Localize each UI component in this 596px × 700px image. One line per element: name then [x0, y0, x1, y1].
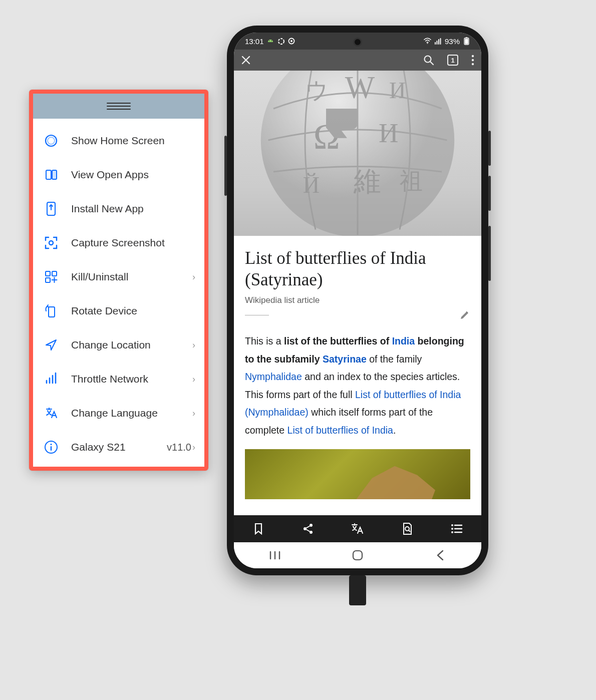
svg-text:И: И: [389, 78, 406, 103]
menu-label: Throttle Network: [71, 373, 192, 385]
more-icon[interactable]: [471, 55, 474, 66]
menu-kill-uninstall[interactable]: Kill/Uninstall ›: [33, 260, 204, 294]
language-icon: [42, 404, 60, 422]
device-name-label: Galaxy S21: [71, 441, 167, 453]
menu-label: Rotate Device: [71, 305, 195, 317]
wikipedia-globe-icon: W Ω И ウ И 維 Й 祖: [234, 71, 481, 236]
svg-point-41: [451, 531, 453, 533]
menu-label: Kill/Uninstall: [71, 271, 192, 283]
menu-home-screen[interactable]: Show Home Screen: [33, 124, 204, 158]
menu-location[interactable]: Change Location ›: [33, 328, 204, 362]
wikipedia-bottom-bar: [234, 515, 481, 542]
menu-device-info[interactable]: Galaxy S21 v11.0 ›: [33, 430, 204, 464]
drag-handle-icon: [107, 103, 131, 110]
article-image[interactable]: [245, 449, 470, 499]
link-nymphalidae[interactable]: Nymphalidae: [245, 371, 302, 382]
menu-install-app[interactable]: Install New App: [33, 192, 204, 226]
link-list-india[interactable]: List of butterflies of India: [287, 425, 393, 436]
tab-count[interactable]: 1: [447, 55, 458, 66]
side-button: [488, 176, 491, 211]
find-in-page-icon[interactable]: [400, 522, 414, 536]
chevron-right-icon: ›: [192, 408, 195, 419]
control-menu: Show Home Screen View Open Apps Install …: [33, 119, 204, 469]
capture-icon: [42, 234, 60, 252]
wifi-icon: [424, 38, 431, 45]
svg-point-1: [48, 137, 55, 144]
side-button: [488, 226, 491, 281]
translate-icon[interactable]: [351, 522, 365, 536]
device-screen: 13:01 93%: [234, 33, 481, 568]
recents-button[interactable]: [267, 548, 282, 563]
menu-capture[interactable]: Capture Screenshot: [33, 226, 204, 260]
svg-text:И: И: [379, 118, 398, 148]
svg-point-14: [271, 41, 272, 42]
back-button[interactable]: [433, 548, 448, 563]
menu-label: View Open Apps: [71, 169, 195, 181]
article-hero: W Ω И ウ И 維 Й 祖: [234, 71, 481, 236]
chevron-right-icon: ›: [192, 374, 195, 385]
svg-rect-6: [46, 271, 50, 276]
svg-point-23: [472, 55, 474, 57]
signal-icon: [434, 38, 442, 45]
bookmark-icon[interactable]: [251, 522, 265, 536]
battery-icon: [463, 38, 470, 45]
svg-rect-42: [353, 551, 362, 560]
svg-rect-20: [465, 39, 468, 44]
status-battery: 93%: [445, 37, 460, 46]
apps-grid-icon: [42, 268, 60, 286]
svg-point-38: [405, 527, 409, 531]
svg-point-40: [451, 528, 453, 530]
chevron-right-icon: ›: [192, 442, 195, 453]
svg-point-37: [310, 531, 313, 534]
control-panel: Show Home Screen View Open Apps Install …: [29, 90, 208, 471]
divider: [245, 315, 269, 315]
rotate-icon: [42, 302, 60, 320]
menu-throttle[interactable]: Throttle Network ›: [33, 362, 204, 396]
menu-label: Change Language: [71, 407, 192, 419]
svg-point-5: [49, 241, 53, 245]
article-title: List of butterflies of India (Satyrinae): [245, 248, 470, 290]
article-paragraph: This is a list of the butterflies of Ind…: [245, 332, 470, 439]
home-button[interactable]: [350, 548, 365, 563]
article-body[interactable]: List of butterflies of India (Satyrinae)…: [234, 236, 481, 515]
share-icon[interactable]: [301, 522, 315, 536]
side-button: [488, 131, 491, 166]
contents-icon[interactable]: [450, 522, 464, 536]
network-icon: [42, 370, 60, 388]
svg-text:祖: 祖: [400, 168, 423, 194]
menu-label: Install New App: [71, 203, 195, 215]
chevron-right-icon: ›: [192, 272, 195, 282]
svg-rect-8: [46, 278, 50, 282]
svg-text:維: 維: [353, 166, 381, 197]
gear-icon: [288, 38, 295, 45]
menu-rotate[interactable]: Rotate Device: [33, 294, 204, 328]
menu-label: Capture Screenshot: [71, 237, 195, 249]
svg-point-36: [304, 527, 307, 530]
open-apps-icon: [42, 166, 60, 184]
edit-icon[interactable]: [459, 309, 470, 320]
link-india[interactable]: India: [392, 335, 415, 346]
location-icon: [42, 336, 60, 354]
menu-language[interactable]: Change Language ›: [33, 396, 204, 430]
browser-toolbar: 1: [234, 50, 481, 71]
svg-rect-2: [46, 170, 51, 179]
android-nav-bar: [234, 542, 481, 568]
menu-open-apps[interactable]: View Open Apps: [33, 158, 204, 192]
svg-rect-21: [466, 37, 467, 38]
svg-point-18: [427, 43, 428, 44]
close-icon[interactable]: [241, 55, 251, 65]
link-satyrinae[interactable]: Satyrinae: [323, 354, 367, 365]
svg-point-17: [290, 40, 292, 42]
svg-text:W: W: [345, 71, 375, 105]
panel-drag-handle[interactable]: [33, 94, 204, 119]
side-button: [224, 136, 227, 196]
info-icon: [42, 438, 60, 456]
spinner-icon: [277, 38, 285, 45]
svg-rect-7: [52, 271, 57, 276]
search-icon[interactable]: [423, 55, 434, 66]
menu-label: Change Location: [71, 339, 192, 351]
android-icon: [267, 38, 274, 45]
device-version-label: v11.0: [167, 442, 191, 453]
svg-text:ウ: ウ: [305, 78, 329, 103]
svg-point-11: [51, 444, 52, 445]
